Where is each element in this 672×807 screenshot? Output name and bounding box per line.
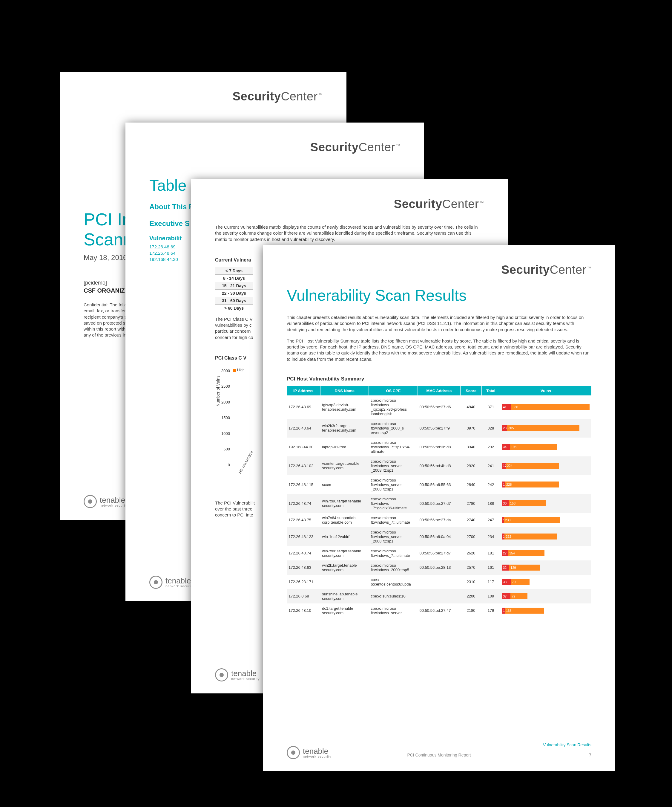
table-row: 172.26.48.75win7x64.supportlab. corp.ten… — [287, 513, 591, 527]
critical-segment: 38 — [502, 579, 511, 585]
tenable-logo: tenable network security — [149, 576, 194, 589]
table-row: 22 - 30 Days — [215, 289, 253, 297]
paragraph: The PCI Host Vulnerability Summary table… — [287, 338, 591, 362]
vulnerability-bar: 9238 — [502, 517, 589, 523]
high-segment: 154 — [508, 550, 545, 556]
vulnerability-bar: 30158 — [502, 500, 589, 506]
tenable-logo: tenable network security — [84, 495, 128, 508]
table-row: 172.26.23.171cpe:/ o:centos:centos:6:upd… — [287, 575, 591, 589]
critical-segment: 17 — [502, 463, 506, 469]
high-segment: 158 — [509, 500, 546, 506]
table-row: 172.26.48.102vcenter.target.tenable secu… — [287, 457, 591, 475]
high-segment: 166 — [505, 608, 544, 614]
high-segment: 72 — [510, 593, 528, 599]
vulnerability-bar: 41330 — [502, 404, 589, 410]
table-row: 172.26.48.69tgtwxp3.devlab. tenablesecur… — [287, 395, 591, 419]
intro-paragraph: The Current Vulnerabilities matrix displ… — [215, 224, 484, 242]
table-row: 172.26.48.10dc1.target.tenable security.… — [287, 603, 591, 618]
table-row: 172.26.48.64win2k3r2.target. tenablesecu… — [287, 419, 591, 438]
vulnerability-bar: 23305 — [502, 425, 589, 431]
table-row: 192.168.44.30laptop-01-fredcpe:/o:micros… — [287, 438, 591, 457]
brand-logo: SecurityCenter™ — [394, 197, 484, 211]
brand-logo: SecurityCenter™ — [310, 141, 400, 154]
critical-segment: 37 — [502, 593, 510, 599]
high-segment: 79 — [511, 579, 530, 585]
table-row: 8 - 14 Days — [215, 274, 253, 282]
vulnerability-bar: 3772 — [502, 593, 589, 599]
table-row: > 60 Days — [215, 304, 253, 312]
high-segment: 198 — [510, 444, 557, 450]
tenable-icon — [215, 668, 228, 681]
table-header-row: IP Address DNS Name OS CPE MAC Address S… — [287, 386, 591, 395]
table-row: 31 - 60 Days — [215, 297, 253, 304]
brand-logo: SecurityCenter™ — [233, 90, 323, 103]
vulnerability-table: IP Address DNS Name OS CPE MAC Address S… — [287, 386, 591, 618]
table-row: 172.26.48.63win2k.target.tenable securit… — [287, 560, 591, 575]
critical-segment: 12 — [502, 533, 505, 540]
critical-segment: 30 — [502, 500, 509, 506]
high-segment: 305 — [507, 425, 579, 431]
vulnerability-bar: 32129 — [502, 565, 589, 571]
brand-logo: SecurityCenter™ — [502, 263, 591, 276]
critical-segment: 41 — [502, 404, 511, 410]
vulnerability-bar: 14228 — [502, 482, 589, 488]
section-footer: Vulnerability Scan Results — [543, 742, 591, 747]
high-segment: 238 — [504, 517, 560, 523]
table-row: 172.26.0.68sunshine.lab.tenable security… — [287, 589, 591, 603]
paragraph: This chapter presents detailed results a… — [287, 314, 591, 333]
tenable-icon — [84, 495, 97, 508]
table-row: 172.26.48.74win7x86.target.tenable secur… — [287, 546, 591, 560]
table-row: 172.26.48.123win-1ea12valdrfcpe:/o:micro… — [287, 527, 591, 546]
critical-segment: 34 — [502, 444, 510, 450]
vulnerability-bar: 13166 — [502, 608, 589, 614]
vulnerability-bar: 34198 — [502, 444, 589, 450]
tenable-icon — [149, 576, 162, 589]
critical-segment: 13 — [502, 608, 505, 614]
critical-segment: 27 — [502, 550, 508, 556]
table-row: 172.26.48.74win7x86.target.tenable secur… — [287, 494, 591, 513]
vulnerability-bar: 3879 — [502, 579, 589, 585]
table-row: 15 - 21 Days — [215, 282, 253, 289]
vulnerability-bar: 12222 — [502, 533, 589, 540]
critical-segment: 23 — [502, 425, 507, 431]
high-segment: 129 — [509, 565, 540, 571]
vulnerability-bar: 17224 — [502, 463, 589, 469]
y-axis-label: Number of Vulns — [216, 375, 220, 407]
results-page: SecurityCenter™ Vulnerability Scan Resul… — [263, 245, 615, 771]
high-segment: 224 — [506, 463, 559, 469]
critical-segment: 9 — [502, 517, 504, 523]
footer-page-number: 7 — [589, 752, 591, 757]
vulnerability-bar: 27154 — [502, 550, 589, 556]
tenable-logo: tenable network security — [215, 668, 260, 681]
table-row: 172.26.48.115sccmcpe:/o:microso ft:windo… — [287, 475, 591, 494]
high-segment: 222 — [505, 533, 557, 540]
day-range-table: < 7 Days 8 - 14 Days 15 - 21 Days 22 - 3… — [215, 267, 253, 312]
high-segment: 228 — [505, 482, 559, 488]
critical-segment: 32 — [502, 565, 509, 571]
critical-segment: 14 — [502, 482, 505, 488]
table-row: < 7 Days — [215, 267, 253, 274]
page-title: Vulnerability Scan Results — [287, 286, 591, 304]
high-segment: 330 — [511, 404, 589, 410]
footer-center: PCI Continuous Monitoring Report — [263, 752, 615, 757]
table-title: PCI Host Vulnerability Summary — [287, 376, 591, 382]
